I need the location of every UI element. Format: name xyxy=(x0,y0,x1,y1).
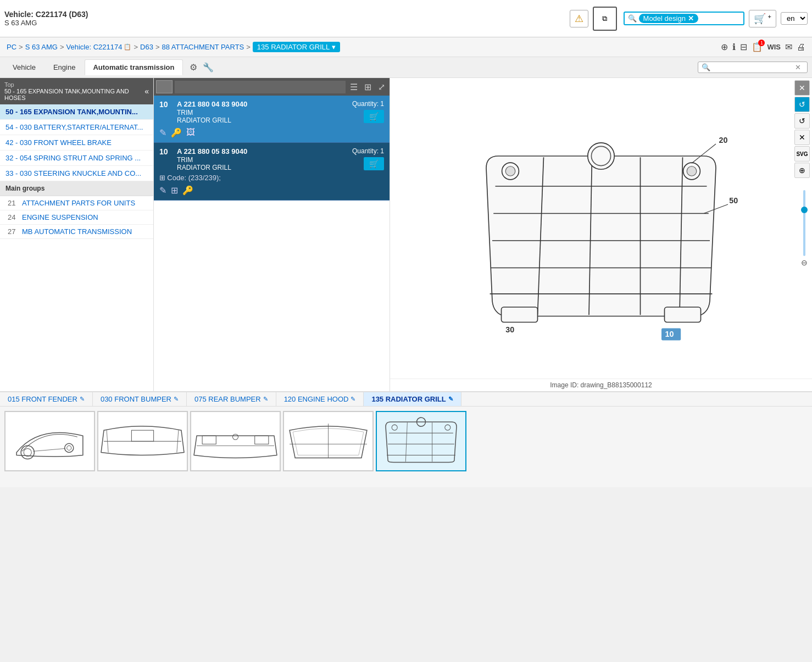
filter-icon[interactable]: ⊟ xyxy=(740,42,747,52)
tab-vehicle[interactable]: Vehicle xyxy=(4,59,44,75)
tab-search-clear[interactable]: ✕ xyxy=(795,63,801,71)
thumb-svg-2 xyxy=(191,414,280,469)
gear-icon[interactable]: ⚙ xyxy=(188,61,198,74)
diagram-refresh-btn[interactable]: ↺ xyxy=(794,97,810,112)
diagram-svg-btn[interactable]: SVG xyxy=(794,146,810,162)
print-icon[interactable]: 🖨 xyxy=(797,42,805,52)
sidebar-group-21[interactable]: 21 ATTACHMENT PARTS FOR UNITS xyxy=(0,196,153,210)
top-bar: Vehicle: C221174 (D63) S 63 AMG ⚠ ⧉ 🔍 Mo… xyxy=(0,0,812,37)
parts-search-input[interactable] xyxy=(175,81,346,93)
part-actions-0: ✎ 🔑 🖼 xyxy=(159,127,384,138)
zoom-out-btn[interactable]: ⊖ xyxy=(801,258,808,267)
breadcrumb-toolbar: ⊕ ℹ ⊟ 📋1 WIS ✉ 🖨 xyxy=(721,42,805,52)
breadcrumb-s63[interactable]: S 63 AMG xyxy=(25,43,58,51)
part-code-info-1: ⊞ Code: (233/239); xyxy=(159,174,384,182)
diagram-close-btn[interactable]: ✕ xyxy=(794,80,810,96)
zoom-in-icon[interactable]: ⊕ xyxy=(721,42,728,52)
thumb-tab-4[interactable]: 135 RADIATOR GRILL ✎ xyxy=(364,392,461,406)
grid-view-btn[interactable]: ⊞ xyxy=(362,81,374,93)
search-tag-close[interactable]: ✕ xyxy=(688,14,694,23)
part-qty-1: Quantity: 1 🛒 xyxy=(352,147,384,170)
diagram-image: .grill-line { stroke: #333; stroke-width… xyxy=(390,78,812,379)
thumb-tab-1[interactable]: 030 FRONT BUMPER ✎ xyxy=(93,392,187,406)
tab-search-input[interactable] xyxy=(713,63,795,71)
thumb-item-3[interactable] xyxy=(283,411,374,471)
thumb-tab-edit-3[interactable]: ✎ xyxy=(351,396,355,403)
top-bar-actions: ⚠ ⧉ 🔍 Model design ✕ 🛒+ en de fr xyxy=(570,7,808,31)
thumb-tab-edit-0[interactable]: ✎ xyxy=(80,396,85,403)
sidebar-item-2[interactable]: 42 - 030 FRONT WHEEL BRAKE xyxy=(0,135,153,151)
breadcrumb-vehicle[interactable]: Vehicle: C221174 📋 xyxy=(66,43,132,51)
tab-engine[interactable]: Engine xyxy=(45,59,84,75)
thumb-tab-3[interactable]: 120 ENGINE HOOD ✎ xyxy=(276,392,364,406)
add-to-cart-0[interactable]: 🛒 xyxy=(364,110,384,123)
thumb-item-2[interactable] xyxy=(190,411,281,471)
vehicle-title: Vehicle: C221174 (D63) xyxy=(4,10,88,19)
sidebar-header: Top 50 - 165 EXPANSION TANK,MOUNTING AND… xyxy=(0,78,153,104)
sidebar-item-1[interactable]: 54 - 030 BATTERY,STARTER/ALTERNAT... xyxy=(0,120,153,135)
center-panel: ☰ ⊞ ⤢ 10 A 221 880 04 83 9040 TRIM RADIA… xyxy=(154,78,390,391)
image-icon-0[interactable]: 🖼 xyxy=(186,127,195,138)
sidebar-group-24[interactable]: 24 ENGINE SUSPENSION xyxy=(0,210,153,225)
sidebar-item-4[interactable]: 33 - 030 STEERING KNUCKLE AND CO... xyxy=(0,166,153,181)
thumb-tab-0[interactable]: 015 FRONT FENDER ✎ xyxy=(0,392,93,406)
part-pos-0: 10 xyxy=(159,100,173,109)
sidebar-item-0[interactable]: 50 - 165 EXPANSION TANK,MOUNTIN... xyxy=(0,104,153,120)
thumb-tab-edit-4[interactable]: ✎ xyxy=(448,396,453,403)
add-to-cart-1[interactable]: 🛒 xyxy=(364,157,384,170)
thumb-item-1[interactable] xyxy=(97,411,188,471)
pencil-icon-0[interactable]: ✎ xyxy=(159,127,166,138)
search-tag[interactable]: Model design ✕ xyxy=(639,14,698,23)
key-icon-1[interactable]: 🔑 xyxy=(182,185,193,196)
sidebar-top-label: Top xyxy=(4,81,144,88)
thumb-item-0[interactable] xyxy=(4,411,95,471)
svg-point-23 xyxy=(67,446,71,450)
thumb-row xyxy=(0,407,812,487)
pos-label-10: 10 xyxy=(665,329,674,338)
sidebar: Top 50 - 165 EXPANSION TANK,MOUNTING AND… xyxy=(0,78,154,391)
part-name-0: TRIM xyxy=(177,109,348,116)
copy-button[interactable]: ⧉ xyxy=(593,7,617,31)
thumb-item-4[interactable] xyxy=(376,411,466,471)
diagram-close2-btn[interactable]: ✕ xyxy=(794,130,810,145)
add-to-cart-button[interactable]: 🛒+ xyxy=(749,10,776,27)
breadcrumb-d63[interactable]: D63 xyxy=(140,43,153,51)
info-icon[interactable]: ℹ xyxy=(732,42,736,52)
part-actions-1: ✎ ⊞ 🔑 xyxy=(159,185,384,196)
breadcrumb-dropdown-icon: ▾ xyxy=(332,43,336,51)
thumb-tab-edit-2[interactable]: ✎ xyxy=(263,396,268,403)
motorcycle-icon[interactable]: 🔧 xyxy=(202,61,215,74)
zoom-handle[interactable] xyxy=(801,207,808,213)
list-view-btn[interactable]: ☰ xyxy=(348,81,360,93)
key-icon-0[interactable]: 🔑 xyxy=(171,127,182,138)
diagram-star-btn[interactable]: ↺ xyxy=(794,113,810,129)
breadcrumb-active[interactable]: 135 RADIATOR GRILL ▾ xyxy=(253,42,340,52)
pencil-icon-1[interactable]: ✎ xyxy=(159,185,166,196)
diagram-zoomin-btn[interactable]: ⊕ xyxy=(794,163,810,178)
warning-button[interactable]: ⚠ xyxy=(570,10,588,27)
part-code-0: A 221 880 04 83 9040 xyxy=(177,100,348,108)
tab-search-icon: 🔍 xyxy=(702,63,710,71)
tab-automatic-transmission[interactable]: Automatic transmission xyxy=(85,59,182,75)
thumb-tab-edit-1[interactable]: ✎ xyxy=(174,396,179,403)
svg-point-14 xyxy=(687,166,697,176)
notes-icon[interactable]: 📋1 xyxy=(752,42,763,52)
mail-icon[interactable]: ✉ xyxy=(785,42,792,52)
sidebar-item-3[interactable]: 32 - 054 SPRING STRUT AND SPRING ... xyxy=(0,151,153,166)
breadcrumb-bar: PC > S 63 AMG > Vehicle: C221174 📋 > D63… xyxy=(0,37,812,57)
sidebar-group-27[interactable]: 27 MB AUTOMATIC TRANSMISSION xyxy=(0,225,153,239)
breadcrumb-pc[interactable]: PC xyxy=(7,43,16,51)
wis-icon[interactable]: WIS xyxy=(767,43,781,51)
table-icon-action-1[interactable]: ⊞ xyxy=(171,185,178,196)
expand-view-btn[interactable]: ⤢ xyxy=(376,81,387,93)
language-select[interactable]: en de fr xyxy=(781,12,808,25)
part-item-1[interactable]: 10 A 221 880 05 83 9040 TRIM RADIATOR GR… xyxy=(154,143,390,201)
sidebar-collapse-btn[interactable]: « xyxy=(144,87,149,96)
pos-label-30: 30 xyxy=(505,325,514,334)
sidebar-list: 50 - 165 EXPANSION TANK,MOUNTIN... 54 - … xyxy=(0,104,153,391)
breadcrumb-attachment[interactable]: 88 ATTACHMENT PARTS xyxy=(162,43,244,51)
part-info-0: A 221 880 04 83 9040 TRIM RADIATOR GRILL xyxy=(177,100,348,124)
svg-rect-15 xyxy=(502,307,538,322)
thumb-tab-2[interactable]: 075 REAR BUMPER ✎ xyxy=(187,392,276,406)
part-item-0[interactable]: 10 A 221 880 04 83 9040 TRIM RADIATOR GR… xyxy=(154,96,390,143)
